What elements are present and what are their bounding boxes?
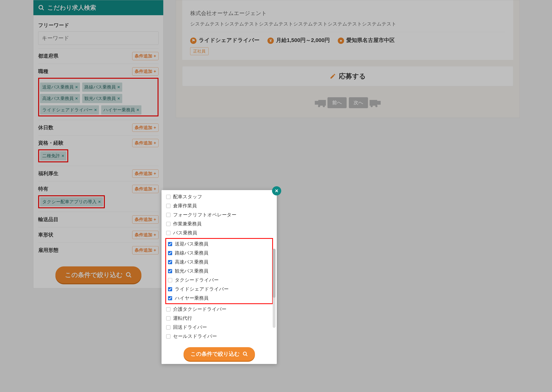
filter-option[interactable]: バス乗務員 — [165, 228, 273, 238]
filter-chip[interactable]: 高速バス乗務員× — [40, 94, 80, 103]
filter-checkbox[interactable] — [168, 278, 172, 282]
filter-option[interactable]: 高速バス乗務員 — [167, 258, 271, 266]
filter-checkbox[interactable] — [166, 222, 170, 226]
chip-remove-icon[interactable]: × — [117, 96, 120, 101]
popup-scrollbar[interactable] — [273, 249, 276, 328]
filter-option[interactable]: 介護タクシードライバー — [165, 305, 273, 314]
add-condition-cargo[interactable]: 条件追加+ — [132, 215, 159, 224]
add-condition-prefecture[interactable]: 条件追加+ — [132, 52, 159, 60]
search-icon — [125, 272, 132, 278]
add-condition-occupation[interactable]: 条件追加+ — [132, 67, 159, 76]
freeword-input[interactable] — [38, 31, 159, 45]
add-condition-license[interactable]: 条件追加+ — [132, 139, 159, 147]
filter-checkbox[interactable] — [166, 316, 170, 320]
add-condition-employment[interactable]: 条件追加+ — [132, 246, 159, 254]
job-card: 株式会社オーサムエージェント システムテストシステムテストシステムテストシステム… — [176, 0, 520, 118]
job-meta: ⚑ライドシェアドライバー ¥月給1,500円～2,000円 ●愛知県名古屋市中区 — [190, 32, 505, 44]
filter-option[interactable]: タクシードライバー — [167, 276, 271, 285]
plus-icon: + — [154, 140, 156, 146]
chip-remove-icon[interactable]: × — [62, 153, 64, 158]
chip-label: タクシー配車アプリの導入 — [42, 199, 97, 205]
filter-chip[interactable]: ハイヤー乗務員× — [101, 105, 141, 114]
filter-chip[interactable]: タクシー配車アプリの導入× — [40, 197, 103, 206]
filter-checkbox[interactable] — [168, 251, 172, 255]
pager: 前へ 次へ — [176, 92, 519, 118]
filter-checkbox[interactable] — [168, 296, 172, 300]
filter-chip[interactable]: 二種免許× — [40, 151, 66, 161]
popup-submit-button[interactable]: この条件で絞り込む — [184, 347, 255, 361]
chip-label: 観光バス乗務員 — [84, 96, 116, 102]
filter-chip[interactable]: 路線バス乗務員× — [82, 83, 122, 92]
next-button[interactable]: 次へ — [349, 97, 368, 108]
plus-icon: + — [154, 217, 156, 222]
svg-point-0 — [39, 5, 43, 9]
sidebar-submit-button[interactable]: この条件で絞り込む — [55, 266, 141, 283]
filter-checkbox[interactable] — [166, 334, 170, 338]
filter-option-label: 観光バス乗務員 — [175, 268, 208, 274]
close-icon: × — [275, 188, 278, 194]
add-condition-special[interactable]: 条件追加+ — [132, 185, 159, 193]
section-employment: 雇用形態 条件追加+ — [38, 243, 159, 258]
filter-option[interactable]: 回送ドライバー — [165, 323, 273, 332]
filter-option[interactable]: ハイヤー乗務員 — [167, 294, 271, 303]
section-welfare: 福利厚生 条件追加+ — [38, 166, 159, 181]
job-company: 株式会社オーサムエージェント — [190, 10, 505, 17]
truck-left-icon — [318, 100, 326, 106]
plus-icon: + — [154, 248, 156, 253]
filter-chip[interactable]: 送迎バス乗務員× — [40, 83, 80, 92]
chip-remove-icon[interactable]: × — [75, 84, 78, 90]
chip-label: 送迎バス乗務員 — [42, 84, 74, 90]
filter-option[interactable]: 作業兼乗務員 — [165, 219, 273, 228]
filter-option[interactable]: フォークリフトオペレーター — [165, 210, 273, 219]
close-button[interactable]: × — [272, 186, 281, 196]
filter-option-label: 介護タクシードライバー — [173, 306, 227, 313]
chip-remove-icon[interactable]: × — [117, 84, 120, 90]
section-freeword: フリーワード — [38, 18, 159, 49]
filter-checkbox[interactable] — [166, 204, 170, 208]
filter-option[interactable]: 倉庫作業員 — [165, 201, 273, 210]
filter-option-label: 倉庫作業員 — [173, 203, 197, 209]
license-highlight-box: 二種免許× — [38, 149, 68, 162]
plus-icon: + — [154, 186, 156, 191]
chip-label: 路線バス乗務員 — [84, 84, 116, 90]
filter-option[interactable]: 路線バス乗務員 — [167, 249, 271, 258]
add-condition-days-off[interactable]: 条件追加+ — [132, 124, 159, 132]
search-icon — [243, 351, 248, 357]
filter-chip[interactable]: ライドシェアドライバー× — [40, 105, 99, 114]
pencil-icon — [330, 73, 336, 79]
filter-checkbox[interactable] — [166, 195, 170, 199]
section-vehicle-shape: 車形状 条件追加+ — [38, 227, 159, 243]
filter-checkbox[interactable] — [168, 242, 172, 246]
filter-option[interactable]: 観光バス乗務員 — [167, 266, 271, 276]
filter-checkbox[interactable] — [168, 287, 172, 291]
section-cargo: 輸送品目 条件追加+ — [38, 212, 159, 227]
chip-remove-icon[interactable]: × — [98, 199, 101, 204]
filter-option[interactable]: ライドシェアドライバー — [167, 285, 271, 294]
plus-icon: + — [154, 232, 156, 238]
apply-button[interactable]: 応募する — [182, 66, 513, 86]
section-license: 資格・経験 条件追加+ 二種免許× — [38, 135, 159, 166]
chip-remove-icon[interactable]: × — [75, 96, 78, 101]
scrollbar-thumb[interactable] — [273, 249, 276, 298]
filter-option[interactable]: 配車スタッフ — [165, 192, 273, 201]
filter-option[interactable]: セールスドライバー — [165, 332, 273, 341]
filter-checkbox[interactable] — [166, 325, 170, 329]
add-condition-welfare[interactable]: 条件追加+ — [132, 169, 159, 178]
filter-option-label: ハイヤー乗務員 — [175, 295, 208, 301]
filter-option[interactable]: 送迎バス乗務員 — [167, 239, 271, 249]
filter-option-label: セールスドライバー — [173, 333, 217, 340]
popup-highlight-box: 送迎バス乗務員路線バス乗務員高速バス乗務員観光バス乗務員タクシードライバーライド… — [165, 238, 273, 304]
add-condition-vehicle-shape[interactable]: 条件追加+ — [132, 231, 159, 239]
prev-button[interactable]: 前へ — [327, 97, 347, 108]
filter-checkbox[interactable] — [166, 213, 170, 217]
job-salary: ¥月給1,500円～2,000円 — [268, 37, 330, 44]
filter-chip[interactable]: 観光バス乗務員× — [82, 94, 122, 103]
chip-remove-icon[interactable]: × — [94, 107, 97, 112]
chip-remove-icon[interactable]: × — [137, 107, 139, 112]
filter-checkbox[interactable] — [168, 269, 172, 273]
filter-option[interactable]: 運転代行 — [165, 314, 273, 323]
filter-checkbox[interactable] — [166, 231, 170, 235]
filter-checkbox[interactable] — [166, 307, 170, 311]
filter-checkbox[interactable] — [168, 260, 172, 264]
section-prefecture: 都道府県 条件追加+ — [38, 49, 159, 64]
